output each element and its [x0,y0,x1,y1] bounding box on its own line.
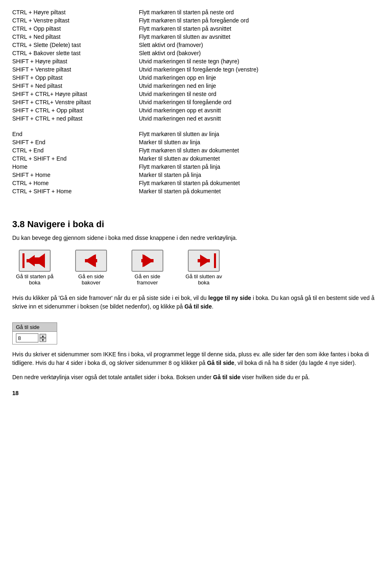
shortcut-desc: Flytt markøren til starten på foregående… [139,17,380,24]
shortcut-desc: Utvid markeringen opp et avsnitt [139,107,380,114]
goto-box-spinner: ▲ ▼ [40,334,46,342]
shortcut-desc: Utvid markeringen til foregående tegn (v… [139,66,380,73]
shortcut-desc: Marker til slutten av linja [139,139,380,145]
shortcut-key: SHIFT + Opp piltast [12,74,139,81]
shortcut-key: SHIFT + Høyre piltast [12,58,139,65]
shortcut-row: CTRL + HomeFlytt markøren til starten på… [12,179,380,187]
shortcut-desc: Flytt markøren til starten på linja [139,163,380,170]
shortcut-desc: Flytt markøren til slutten av avsnittet [139,34,380,40]
shortcut-desc: Marker til starten på linja [139,172,380,178]
spinner-down[interactable]: ▼ [40,338,46,342]
nav-button-item: Gå en side framover [125,249,170,286]
shortcut-key: SHIFT + End [12,139,139,145]
shortcut-desc: Flytt markøren til slutten av dokumentet [139,147,380,154]
nav-buttons-row: Gå til starten på boka Gå en side bakove… [12,249,380,286]
nav-button-label: Gå en side framover [125,273,170,286]
shortcut-desc: Utvid markeringen ned et avsnitt [139,115,380,122]
shortcut-key: CTRL + SHIFT + Home [12,188,139,195]
shortcut-row: SHIFT + CTRL+ Venstre piltastUtvid marke… [12,98,380,106]
nav-button-label: Gå til starten på boka [12,273,57,286]
shortcut-desc: Utvid markeringen ned en linje [139,83,380,89]
shortcut-key: CTRL + Slette (Delete) tast [12,42,139,48]
shortcut-row: CTRL + EndFlytt markøren til slutten av … [12,146,380,154]
nav-button-label: Gå en side bakover [69,273,114,286]
shortcuts-table-2: EndFlytt markøren til slutten av linjaSH… [12,130,380,195]
shortcut-row: SHIFT + Opp piltastUtvid markeringen opp… [12,74,380,82]
shortcut-row: CTRL + Venstre piltastFlytt markøren til… [12,16,380,25]
shortcut-row: CTRL + Slette (Delete) tastSlett aktivt … [12,41,380,49]
body-para1: Hvis du klikker på 'Gå en side framover'… [12,294,380,311]
goto-box-input[interactable]: 8 [16,333,38,342]
nav-button-item: Gå til starten på boka [12,249,57,286]
shortcut-key: SHIFT + CTRL+ Høyre piltast [12,91,139,97]
shortcut-desc: Flytt markøren til starten på neste ord [139,9,380,16]
shortcut-row: CTRL + Bakover slette tastSlett aktivt o… [12,49,380,57]
spinner-up[interactable]: ▲ [40,334,46,338]
nav-button-icon[interactable] [75,249,107,273]
shortcut-row: SHIFT + Venstre piltastUtvid markeringen… [12,65,380,74]
shortcut-desc: Slett aktivt ord (bakover) [139,50,380,56]
shortcut-desc: Marker til slutten av dokumentet [139,155,380,162]
nav-button-label: Gå til slutten av boka [181,273,226,286]
page-number: 18 [12,390,380,396]
shortcut-desc: Utvid markeringen opp en linje [139,74,380,81]
nav-button-item: Gå en side bakover [69,249,114,286]
shortcut-row: EndFlytt markøren til slutten av linja [12,130,380,138]
shortcut-key: CTRL + Opp piltast [12,25,139,32]
shortcut-row: CTRL + SHIFT + HomeMarker til starten på… [12,187,380,195]
shortcut-key: CTRL + Venstre piltast [12,17,139,24]
shortcut-row: SHIFT + EndMarker til slutten av linja [12,138,380,146]
shortcut-key: CTRL + Ned piltast [12,34,139,40]
shortcut-desc: Marker til starten på dokumentet [139,188,380,195]
shortcut-key: SHIFT + Ned piltast [12,83,139,89]
shortcut-row: SHIFT + CTRL + ned piltastUtvid markerin… [12,114,380,123]
shortcut-desc: Flytt markøren til starten på avsnittet [139,25,380,32]
shortcut-row: HomeFlytt markøren til starten på linja [12,163,380,171]
shortcut-key: SHIFT + CTRL + ned piltast [12,115,139,122]
shortcut-row: SHIFT + Høyre piltastUtvid markeringen t… [12,57,380,65]
shortcut-desc: Utvid markeringen til foregående ord [139,99,380,105]
svg-rect-5 [22,253,24,268]
shortcut-row: SHIFT + CTRL+ Høyre piltastUtvid markeri… [12,90,380,98]
shortcut-desc: Utvid markeringen til neste ord [139,91,380,97]
body-para2: Hvis du skriver et sidenummer som IKKE f… [12,350,380,367]
shortcut-row: SHIFT + Ned piltastUtvid markeringen ned… [12,82,380,90]
shortcut-key: End [12,131,139,137]
shortcuts-table-1: CTRL + Høyre piltastFlytt markøren til s… [12,8,380,123]
svg-rect-17 [214,253,216,268]
shortcut-row: CTRL + Ned piltastFlytt markøren til slu… [12,33,380,41]
goto-box: Gå til side 8 ▲ ▼ [12,322,57,344]
shortcut-key: CTRL + Bakover slette tast [12,50,139,56]
shortcut-row: SHIFT + CTRL + Opp piltastUtvid markerin… [12,106,380,114]
shortcut-key: CTRL + SHIFT + End [12,155,139,162]
shortcut-key: CTRL + End [12,147,139,154]
nav-button-item: Gå til slutten av boka [181,249,226,286]
nav-button-icon[interactable] [18,249,51,273]
shortcut-key: CTRL + Home [12,180,139,186]
shortcut-desc: Slett aktivt ord (framover) [139,42,380,48]
shortcut-desc: Utvid markeringen til neste tegn (høyre) [139,58,380,65]
body-para3: Den nedre verktøylinja viser også det to… [12,373,380,382]
shortcut-row: CTRL + Opp piltastFlytt markøren til sta… [12,25,380,33]
shortcut-key: SHIFT + Home [12,172,139,178]
shortcut-key: Home [12,163,139,170]
shortcut-key: SHIFT + CTRL + Opp piltast [12,107,139,114]
shortcut-desc: Flytt markøren til slutten av linja [139,131,380,137]
nav-button-icon[interactable] [131,249,164,273]
shortcut-row: CTRL + SHIFT + EndMarker til slutten av … [12,154,380,163]
shortcut-key: CTRL + Høyre piltast [12,9,139,16]
goto-box-header: Gå til side [13,323,57,332]
nav-button-icon[interactable] [187,249,220,273]
shortcut-key: SHIFT + Venstre piltast [12,66,139,73]
section-intro: Du kan bevege deg gjennom sidene i boka … [12,235,380,241]
shortcut-row: SHIFT + HomeMarker til starten på linja [12,171,380,179]
section-title: 3.8 Navigere i boka di [12,219,380,230]
shortcut-key: SHIFT + CTRL+ Venstre piltast [12,99,139,105]
shortcut-desc: Flytt markøren til starten på dokumentet [139,180,380,186]
shortcut-row: CTRL + Høyre piltastFlytt markøren til s… [12,8,380,16]
